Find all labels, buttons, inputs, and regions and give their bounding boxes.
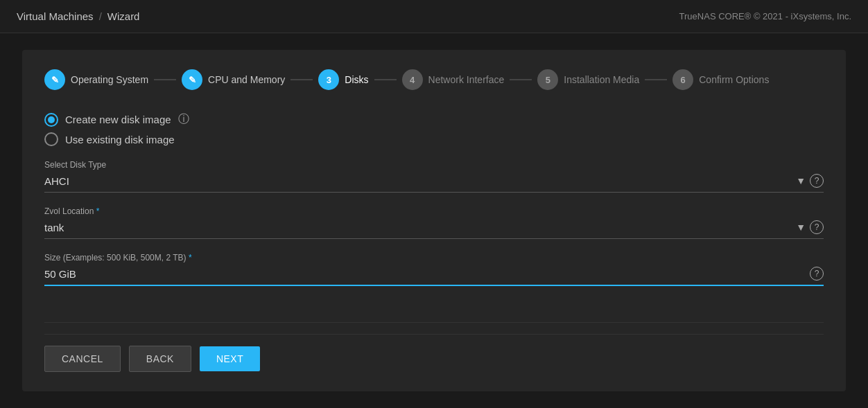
radio-create-new[interactable]: Create new disk image ⓘ (44, 112, 824, 127)
disk-type-row: AHCI ▼ ? (44, 174, 824, 193)
breadcrumb-parent[interactable]: Virtual Machines (17, 10, 94, 22)
main-content: ✎ Operating System ✎ CPU and Memory 3 Di… (0, 33, 868, 408)
step-circle-installation: 5 (537, 69, 558, 90)
size-required-marker: * (189, 253, 192, 263)
zvol-help-icon[interactable]: ? (810, 220, 824, 234)
next-button[interactable]: NEXT (200, 346, 260, 371)
copyright-text: TrueNAS CORE® © 2021 - iXsystems, Inc. (679, 11, 851, 21)
step-separator-5 (645, 79, 667, 80)
step-separator-1 (154, 79, 176, 80)
disk-type-label: Select Disk Type (44, 160, 824, 170)
step-separator-4 (510, 79, 532, 80)
form-area: Create new disk image ⓘ Use existing dis… (44, 112, 824, 311)
radio-use-circle[interactable] (44, 132, 58, 146)
zvol-location-value[interactable]: tank (44, 222, 796, 233)
step-label-cpu-memory: CPU and Memory (208, 74, 285, 85)
cancel-button[interactable]: CANCEL (44, 346, 121, 372)
card-divider (44, 322, 824, 323)
field-zvol-location: Zvol Location * tank ▼ ? (44, 206, 824, 239)
pencil-icon: ✎ (51, 75, 59, 85)
step-circle-disks: 3 (318, 69, 339, 90)
step-number-installation: 5 (546, 75, 550, 85)
breadcrumb: Virtual Machines / Wizard (17, 10, 139, 22)
disk-type-help-icon[interactable]: ? (810, 174, 824, 188)
stepper: ✎ Operating System ✎ CPU and Memory 3 Di… (44, 69, 824, 90)
disk-type-actions: ▼ ? (796, 174, 824, 188)
breadcrumb-child: Wizard (107, 10, 140, 22)
size-help-icon[interactable]: ? (810, 267, 824, 281)
step-number-disks: 3 (327, 75, 331, 85)
step-installation-media[interactable]: 5 Installation Media (537, 69, 639, 90)
step-label-confirm: Confirm Options (699, 74, 769, 85)
zvol-required-marker: * (96, 206, 100, 216)
topbar: Virtual Machines / Wizard TrueNAS CORE® … (0, 0, 868, 33)
field-disk-type: Select Disk Type AHCI ▼ ? (44, 160, 824, 193)
radio-create-circle[interactable] (44, 113, 58, 127)
step-label-operating-system: Operating System (71, 74, 148, 85)
step-circle-operating-system: ✎ (44, 69, 65, 90)
step-disks[interactable]: 3 Disks (318, 69, 368, 90)
zvol-location-row: tank ▼ ? (44, 220, 824, 239)
pencil-icon-2: ✎ (189, 75, 196, 85)
disk-type-dropdown-icon[interactable]: ▼ (796, 175, 806, 186)
step-label-disks: Disks (345, 74, 368, 85)
step-network-interface[interactable]: 4 Network Interface (402, 69, 505, 90)
step-circle-network: 4 (402, 69, 423, 90)
step-label-network: Network Interface (428, 74, 505, 85)
back-button[interactable]: BACK (129, 346, 191, 372)
radio-create-dot (48, 116, 55, 123)
radio-use-label: Use existing disk image (65, 134, 175, 145)
breadcrumb-separator: / (99, 10, 102, 22)
step-separator-3 (374, 79, 397, 80)
step-number-confirm: 6 (681, 75, 686, 85)
bottom-actions: CANCEL BACK NEXT (44, 334, 824, 372)
radio-group-disk-mode: Create new disk image ⓘ Use existing dis… (44, 112, 824, 146)
step-confirm-options[interactable]: 6 Confirm Options (672, 69, 769, 90)
size-actions: ? (810, 267, 824, 281)
size-label: Size (Examples: 500 KiB, 500M, 2 TB) * (44, 253, 824, 263)
radio-use-existing[interactable]: Use existing disk image (44, 132, 824, 146)
step-cpu-memory[interactable]: ✎ CPU and Memory (182, 69, 285, 90)
zvol-dropdown-icon[interactable]: ▼ (796, 222, 806, 233)
zvol-location-actions: ▼ ? (796, 220, 824, 234)
create-help-icon[interactable]: ⓘ (178, 112, 189, 127)
zvol-location-label: Zvol Location * (44, 206, 824, 216)
field-size: Size (Examples: 500 KiB, 500M, 2 TB) * ? (44, 253, 824, 286)
disk-type-value[interactable]: AHCI (44, 175, 796, 187)
step-separator-2 (290, 79, 313, 80)
step-operating-system[interactable]: ✎ Operating System (44, 69, 148, 90)
step-circle-cpu-memory: ✎ (182, 69, 202, 90)
step-label-installation: Installation Media (564, 74, 639, 85)
size-input[interactable] (44, 268, 810, 280)
wizard-card: ✎ Operating System ✎ CPU and Memory 3 Di… (22, 50, 846, 391)
step-number-network: 4 (410, 75, 415, 85)
size-row: ? (44, 267, 824, 286)
radio-create-label: Create new disk image (65, 114, 171, 125)
step-circle-confirm: 6 (672, 69, 693, 90)
